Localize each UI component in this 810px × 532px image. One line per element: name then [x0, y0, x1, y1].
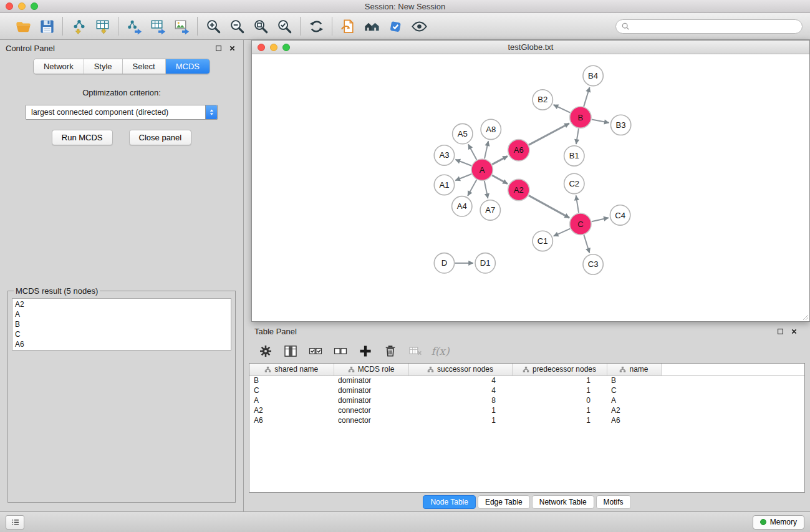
close-panel-action-button[interactable]: Close panel	[129, 130, 192, 145]
edge-C-C3[interactable]	[584, 235, 589, 253]
table-float-panel-button[interactable]	[774, 326, 786, 337]
style-check-button[interactable]	[385, 16, 406, 37]
edge-B-B1[interactable]	[576, 128, 579, 144]
tab-style[interactable]: Style	[84, 59, 123, 74]
zoom-out-button[interactable]	[226, 16, 248, 37]
edge-A-A1[interactable]	[455, 174, 471, 180]
node-A4[interactable]: A4	[452, 196, 472, 216]
task-history-button[interactable]	[6, 515, 24, 530]
column-header-successor-nodes[interactable]: successor nodes	[408, 364, 512, 375]
node-A3[interactable]: A3	[434, 145, 454, 165]
cell-name[interactable]: A2	[607, 405, 661, 415]
tab-edge-table[interactable]: Edge Table	[478, 495, 530, 509]
network-overview-button[interactable]	[361, 16, 382, 37]
mcds-result-item[interactable]: B	[15, 319, 228, 329]
tab-node-table[interactable]: Node Table	[423, 495, 476, 509]
memory-button[interactable]: Memory	[753, 515, 804, 530]
deselect-all-button[interactable]	[331, 342, 350, 360]
network-close-button[interactable]	[258, 44, 265, 51]
add-row-button[interactable]	[356, 342, 375, 360]
node-D[interactable]: D	[434, 253, 454, 273]
cell-mcds-role[interactable]: dominator	[334, 375, 408, 385]
cell-shared-name[interactable]: C	[249, 385, 334, 395]
edge-C-C2[interactable]	[576, 195, 579, 213]
mcds-result-item[interactable]: A2	[15, 299, 228, 309]
edge-A6-B[interactable]	[529, 123, 569, 145]
optimization-criterion-select[interactable]: largest connected component (directed)	[26, 105, 218, 120]
cell-shared-name[interactable]: A6	[249, 415, 334, 425]
cell-successor-nodes[interactable]: 8	[408, 395, 512, 405]
node-A[interactable]: A	[471, 159, 493, 180]
edge-A-A3[interactable]	[455, 160, 471, 166]
minimize-window-button[interactable]	[18, 2, 26, 10]
resize-grip[interactable]	[801, 313, 809, 321]
node-A1[interactable]: A1	[434, 175, 454, 195]
table-close-panel-button[interactable]	[788, 326, 799, 337]
node-D1[interactable]: D1	[475, 253, 495, 273]
node-B3[interactable]: B3	[610, 115, 630, 135]
network-zoom-button[interactable]	[282, 44, 290, 51]
run-mcds-button[interactable]: Run MCDS	[52, 130, 113, 145]
close-panel-button[interactable]	[226, 42, 238, 54]
node-A7[interactable]: A7	[480, 200, 500, 220]
cell-name[interactable]: A	[607, 395, 661, 405]
edge-C-C4[interactable]	[592, 218, 609, 221]
table-row[interactable]: Bdominator41B	[249, 375, 804, 385]
export-table-button[interactable]	[147, 16, 168, 37]
tab-network-table[interactable]: Network Table	[532, 495, 594, 509]
edge-B-B4[interactable]	[584, 87, 589, 107]
cell-predecessor-nodes[interactable]: 1	[512, 415, 607, 425]
cell-shared-name[interactable]: B	[249, 375, 334, 385]
mcds-result-list[interactable]: A2ABCA6	[12, 298, 231, 351]
edge-B-B3[interactable]	[592, 120, 609, 123]
edge-A2-C[interactable]	[529, 195, 569, 218]
node-A5[interactable]: A5	[453, 123, 473, 143]
zoom-in-button[interactable]	[203, 16, 224, 37]
node-A2[interactable]: A2	[508, 179, 529, 200]
cell-successor-nodes[interactable]: 4	[408, 375, 512, 385]
node-A6[interactable]: A6	[508, 140, 529, 161]
column-header-predecessor-nodes[interactable]: predecessor nodes	[512, 364, 607, 375]
float-panel-button[interactable]	[213, 42, 224, 54]
node-C2[interactable]: C2	[564, 173, 584, 193]
edge-A-A4[interactable]	[468, 180, 476, 196]
tab-select[interactable]: Select	[123, 59, 166, 74]
cell-predecessor-nodes[interactable]: 1	[512, 405, 607, 415]
tab-network[interactable]: Network	[34, 59, 84, 74]
cell-mcds-role[interactable]: dominator	[334, 395, 408, 405]
edge-A-A8[interactable]	[485, 141, 488, 158]
node-C1[interactable]: C1	[533, 231, 552, 251]
edge-B-B2[interactable]	[554, 105, 571, 113]
network-canvas[interactable]: B4B2BB3A5A8A6B1A3AC2A1A2A4A7C4CC1C3DD1	[252, 54, 809, 321]
cell-name[interactable]: C	[607, 385, 661, 395]
column-header-mcds-role[interactable]: MCDS role	[334, 364, 408, 375]
table-row[interactable]: Adominator80A	[249, 395, 804, 405]
edge-A-A2[interactable]	[492, 175, 508, 184]
cell-predecessor-nodes[interactable]: 1	[512, 385, 607, 395]
edge-C-C1[interactable]	[554, 229, 571, 236]
cell-successor-nodes[interactable]: 1	[408, 405, 512, 415]
mcds-result-item[interactable]: A	[15, 309, 228, 319]
mcds-result-item[interactable]: C	[15, 329, 228, 339]
network-minimize-button[interactable]	[270, 44, 277, 51]
cell-predecessor-nodes[interactable]: 1	[512, 375, 607, 385]
node-C3[interactable]: C3	[583, 254, 603, 274]
cell-successor-nodes[interactable]: 4	[408, 385, 512, 395]
save-session-button[interactable]	[36, 16, 57, 37]
export-network-button[interactable]	[123, 16, 145, 37]
import-table-button[interactable]	[92, 16, 113, 37]
close-window-button[interactable]	[6, 2, 13, 10]
apply-layout-button[interactable]	[306, 16, 327, 37]
zoom-selected-button[interactable]	[274, 16, 295, 37]
cell-predecessor-nodes[interactable]: 0	[512, 395, 607, 405]
node-A8[interactable]: A8	[481, 119, 501, 139]
open-document-button[interactable]	[337, 16, 359, 37]
cell-name[interactable]: B	[607, 375, 661, 385]
edge-A-A6[interactable]	[492, 156, 508, 164]
table-row[interactable]: Cdominator41C	[249, 385, 804, 395]
cell-mcds-role[interactable]: connector	[334, 405, 408, 415]
delete-row-button[interactable]	[381, 342, 400, 360]
node-C[interactable]: C	[570, 213, 591, 235]
edge-A-A5[interactable]	[468, 144, 476, 160]
cell-name[interactable]: A6	[607, 415, 661, 425]
